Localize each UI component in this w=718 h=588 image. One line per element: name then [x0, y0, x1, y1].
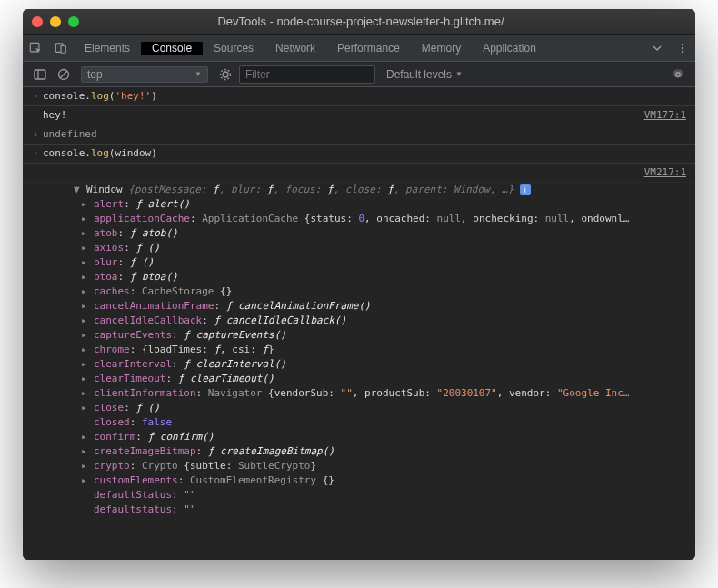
property-key: chrome: [94, 344, 130, 355]
object-property-row[interactable]: ▸ clearTimeout: ƒ clearTimeout(): [23, 372, 695, 386]
input-expression: console.log('hey!'): [43, 89, 686, 104]
object-property-row[interactable]: ▸ atob: ƒ atob(): [23, 226, 695, 241]
source-link[interactable]: VM177:1: [644, 108, 686, 123]
console-toolbar: top ▼ Default levels ▼: [23, 62, 695, 87]
tab-console[interactable]: Console: [141, 42, 203, 55]
object-property-row[interactable]: ▸ alert: ƒ alert(): [23, 197, 695, 212]
property-key: alert: [94, 198, 124, 210]
object-property-row[interactable]: ▸ applicationCache: ApplicationCache {st…: [23, 212, 695, 226]
tab-sources[interactable]: Sources: [203, 42, 264, 55]
object-property-row[interactable]: ▸ confirm: ƒ confirm(): [23, 430, 695, 444]
disclosure-triangle-icon[interactable]: ▸: [81, 459, 90, 473]
disclosure-triangle-icon[interactable]: ▸: [81, 430, 90, 444]
property-key: axios: [94, 242, 124, 254]
more-tabs-button[interactable]: [644, 35, 670, 61]
console-input-row[interactable]: › console.log(window): [23, 145, 695, 164]
live-expression-icon[interactable]: [215, 65, 235, 85]
property-key: defaultStatus: [94, 489, 172, 501]
object-property-row[interactable]: ▸ chrome: {loadTimes: ƒ, csi: ƒ}: [23, 343, 695, 357]
input-marker-icon: ›: [28, 89, 43, 104]
property-key: btoa: [94, 271, 118, 283]
traffic-lights: [32, 16, 79, 27]
property-value: ƒ alert(): [135, 198, 190, 210]
tab-network[interactable]: Network: [264, 42, 326, 55]
disclosure-triangle-icon[interactable]: ▸: [81, 299, 90, 314]
disclosure-triangle-icon[interactable]: ▸: [81, 343, 90, 357]
log-levels-dropdown[interactable]: Default levels ▼: [386, 68, 463, 81]
kebab-menu-icon[interactable]: [670, 35, 695, 61]
disclosure-triangle-icon[interactable]: ▸: [81, 357, 90, 372]
inspect-element-icon[interactable]: [23, 35, 48, 61]
disclosure-triangle-icon[interactable]: ▸: [81, 372, 90, 386]
tab-elements[interactable]: Elements: [74, 42, 141, 55]
toggle-console-sidebar-icon[interactable]: [30, 65, 50, 85]
property-value: Crypto {subtle: SubtleCrypto}: [142, 460, 316, 472]
svg-line-9: [60, 71, 67, 78]
object-property-row[interactable]: ▸ caches: CacheStorage {}: [23, 284, 695, 299]
object-property-row[interactable]: closed: false: [23, 415, 695, 430]
property-key: crypto: [94, 460, 130, 472]
tab-application[interactable]: Application: [472, 42, 547, 55]
titlebar: DevTools - node-course-project-newslette…: [23, 9, 695, 35]
disclosure-triangle-icon[interactable]: ▸: [81, 212, 90, 226]
chevron-down-icon: ▼: [194, 70, 202, 78]
object-property-row[interactable]: ▸ crypto: Crypto {subtle: SubtleCrypto}: [23, 459, 695, 473]
property-value: ƒ (): [130, 256, 155, 268]
property-key: caches: [94, 285, 130, 297]
object-property-row[interactable]: ▸ blur: ƒ (): [23, 255, 695, 270]
property-key: atob: [94, 227, 118, 239]
disclosure-triangle-icon[interactable]: ▸: [81, 314, 90, 328]
object-property-row[interactable]: ▸ cancelAnimationFrame: ƒ cancelAnimatio…: [23, 299, 695, 314]
property-key: clientInformation: [94, 387, 196, 399]
property-value: "": [184, 489, 195, 501]
output-text: hey!: [43, 108, 644, 123]
tab-memory[interactable]: Memory: [411, 42, 472, 55]
tab-performance[interactable]: Performance: [326, 42, 411, 55]
disclosure-triangle-icon[interactable]: ▸: [81, 270, 90, 284]
disclosure-triangle-icon[interactable]: ▸: [81, 444, 90, 459]
disclosure-triangle-icon[interactable]: ▸: [81, 401, 90, 415]
log-levels-label: Default levels: [386, 68, 452, 81]
property-value: ƒ (): [135, 242, 160, 254]
object-property-row[interactable]: ▸ customElements: CustomElementRegistry …: [23, 473, 695, 488]
disclosure-triangle-open-icon[interactable]: ▼: [74, 183, 83, 197]
disclosure-triangle-icon[interactable]: ▸: [81, 284, 90, 299]
disclosure-triangle-icon[interactable]: ▸: [81, 328, 90, 343]
console-input-row[interactable]: › console.log('hey!'): [23, 87, 695, 106]
disclosure-triangle-icon[interactable]: ▸: [81, 386, 90, 401]
svg-point-10: [223, 72, 228, 77]
maximize-window-button[interactable]: [68, 16, 79, 27]
property-value: CacheStorage {}: [142, 285, 232, 297]
disclosure-triangle-icon[interactable]: ▸: [81, 473, 90, 488]
object-property-row[interactable]: defaultstatus: "": [23, 503, 695, 517]
object-property-row[interactable]: ▸ createImageBitmap: ƒ createImageBitmap…: [23, 444, 695, 459]
property-value: ƒ btoa(): [130, 271, 178, 283]
object-summary: Window {postMessage: ƒ, blur: ƒ, focus: …: [86, 183, 531, 197]
source-link[interactable]: VM217:1: [644, 165, 686, 180]
object-property-row[interactable]: defaultStatus: "": [23, 488, 695, 503]
property-key: closed: [94, 416, 130, 428]
object-header-row[interactable]: ▼ Window {postMessage: ƒ, blur: ƒ, focus…: [23, 183, 695, 197]
disclosure-triangle-icon[interactable]: ▸: [81, 226, 90, 241]
minimize-window-button[interactable]: [50, 16, 61, 27]
object-property-row[interactable]: ▸ axios: ƒ (): [23, 241, 695, 255]
console-settings-icon[interactable]: [668, 65, 688, 85]
object-property-row[interactable]: ▸ btoa: ƒ btoa(): [23, 270, 695, 284]
object-property-row[interactable]: ▸ captureEvents: ƒ captureEvents(): [23, 328, 695, 343]
object-property-row[interactable]: ▸ close: ƒ (): [23, 401, 695, 415]
close-window-button[interactable]: [32, 16, 43, 27]
property-key: captureEvents: [94, 329, 172, 341]
object-property-row[interactable]: ▸ clearInterval: ƒ clearInterval(): [23, 357, 695, 372]
window-title: DevTools - node-course-project-newslette…: [90, 15, 632, 28]
return-value: undefined: [43, 127, 686, 142]
execution-context-selector[interactable]: top ▼: [81, 66, 208, 83]
disclosure-triangle-icon[interactable]: ▸: [81, 197, 90, 212]
disclosure-triangle-icon[interactable]: ▸: [81, 241, 90, 255]
filter-input[interactable]: [239, 65, 375, 84]
clear-console-icon[interactable]: [54, 65, 74, 85]
device-toolbar-icon[interactable]: [48, 35, 74, 61]
svg-point-3: [682, 43, 683, 45]
object-property-row[interactable]: ▸ clientInformation: Navigator {vendorSu…: [23, 386, 695, 401]
disclosure-triangle-icon[interactable]: ▸: [81, 255, 90, 270]
object-property-row[interactable]: ▸ cancelIdleCallback: ƒ cancelIdleCallba…: [23, 314, 695, 328]
